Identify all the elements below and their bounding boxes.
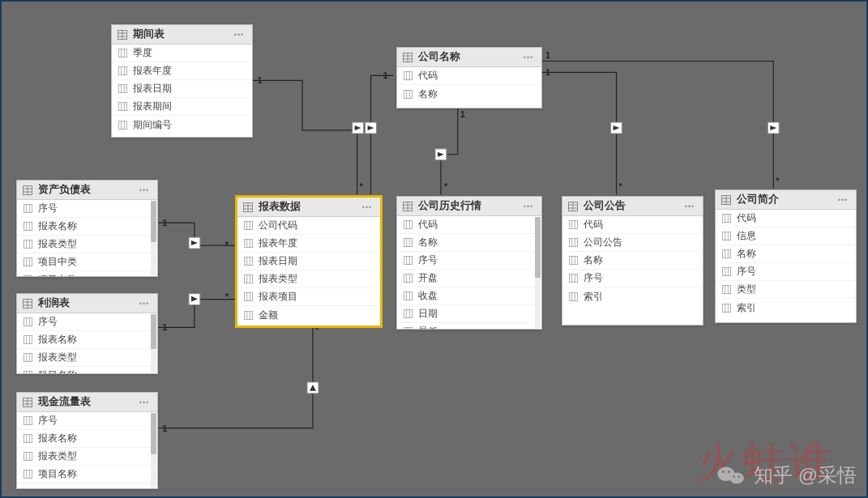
table-header[interactable]: 资产负债表 ••• xyxy=(17,181,157,200)
table-header[interactable]: 报表数据 ••• xyxy=(237,198,380,217)
field-row[interactable]: 名称 xyxy=(562,252,703,270)
more-icon[interactable]: ••• xyxy=(231,29,247,40)
table-header[interactable]: 利润表 ••• xyxy=(17,294,157,313)
column-icon xyxy=(22,257,33,268)
svg-rect-49 xyxy=(24,204,32,212)
field-label: 序号 xyxy=(418,253,537,267)
field-row[interactable]: 项目名称 xyxy=(17,466,157,483)
svg-rect-26 xyxy=(118,84,126,92)
field-row[interactable]: 索引 xyxy=(716,299,856,317)
field-row[interactable]: 报表名称 xyxy=(17,218,157,236)
field-row[interactable]: 报表项目 xyxy=(237,288,380,306)
scrollbar[interactable] xyxy=(151,413,156,487)
field-row[interactable]: 项目中类 xyxy=(17,253,157,271)
table-header[interactable]: 公司简介 ••• xyxy=(716,190,856,210)
field-row[interactable]: 报表日期 xyxy=(112,80,252,98)
field-label: 公司公告 xyxy=(584,236,698,249)
table-header[interactable]: 公司历史行情 ••• xyxy=(397,197,541,216)
table-title: 现金流量表 xyxy=(38,395,131,409)
field-row[interactable]: 代码 xyxy=(397,216,541,234)
scrollbar[interactable] xyxy=(151,314,156,372)
field-row[interactable]: 代码 xyxy=(562,216,703,234)
table-reportdata[interactable]: 报表数据 ••• 公司代码 报表年度 报表日期 报表类型 报表项目 金额 xyxy=(236,196,382,327)
column-icon xyxy=(22,370,33,374)
column-icon xyxy=(22,239,33,250)
svg-point-184 xyxy=(717,467,734,482)
svg-rect-134 xyxy=(404,292,412,300)
more-icon[interactable]: ••• xyxy=(136,397,152,408)
scrollbar[interactable] xyxy=(535,217,541,328)
table-cashflow[interactable]: 现金流量表 ••• 序号 报表名称 报表类型 项目名称 xyxy=(16,392,158,489)
scrollbar[interactable] xyxy=(151,201,156,275)
table-income[interactable]: 利润表 ••• 序号 报表名称 报表类型 科目名称 xyxy=(16,293,158,374)
table-header[interactable]: 现金流量表 ••• xyxy=(17,393,157,412)
table-header[interactable]: 期间表 ••• xyxy=(112,25,252,45)
svg-rect-42 xyxy=(404,90,412,98)
card-one: 1 xyxy=(545,67,550,77)
table-header[interactable]: 公司公告 ••• xyxy=(562,197,703,216)
field-row[interactable]: 索引 xyxy=(562,287,703,305)
field-label: 报表年度 xyxy=(259,236,375,250)
more-icon[interactable]: ••• xyxy=(520,52,537,63)
card-many: * xyxy=(776,176,780,185)
field-row[interactable]: 日期 xyxy=(397,305,541,323)
more-icon[interactable]: ••• xyxy=(835,194,851,206)
field-row[interactable]: 序号 xyxy=(397,252,541,270)
field-row[interactable]: 开盘 xyxy=(397,270,541,287)
field-row[interactable]: 报表类型 xyxy=(17,448,157,466)
field-row[interactable]: 名称 xyxy=(397,234,541,252)
field-row[interactable]: 报表类型 xyxy=(17,236,157,253)
field-label: 报表日期 xyxy=(259,254,375,268)
field-row[interactable]: 金额 xyxy=(237,306,380,324)
field-row[interactable]: 代码 xyxy=(716,210,856,228)
field-row[interactable]: 序号 xyxy=(562,270,703,287)
field-row[interactable]: 类型 xyxy=(716,281,856,299)
table-history[interactable]: 公司历史行情 ••• 代码 名称 序号 开盘 收盘 日期 最低 xyxy=(396,196,542,330)
field-row[interactable]: 科目名称 xyxy=(17,367,157,373)
field-row[interactable]: 季度 xyxy=(112,45,252,62)
table-period[interactable]: 期间表 ••• 季度 报表年度 报表日期 报表期间 期间编号 xyxy=(111,24,253,138)
table-company[interactable]: 公司名称 ••• 代码 名称 xyxy=(396,47,542,109)
field-row[interactable]: 名称 xyxy=(716,245,856,263)
field-row[interactable]: 序号 xyxy=(17,313,157,331)
more-icon[interactable]: ••• xyxy=(359,202,375,213)
field-row[interactable]: 报表类型 xyxy=(17,349,157,367)
field-label: 代码 xyxy=(584,218,698,232)
field-row[interactable]: 名称 xyxy=(397,85,541,103)
column-icon xyxy=(22,221,33,232)
svg-rect-181 xyxy=(722,304,730,312)
field-row[interactable]: 序号 xyxy=(716,263,856,281)
field-label: 名称 xyxy=(418,236,537,249)
table-balance[interactable]: 资产负债表 ••• 序号 报表名称 报表类型 项目中类 项目名称 xyxy=(16,180,158,277)
field-row[interactable]: 报表类型 xyxy=(237,270,380,288)
model-canvas[interactable]: 1 * 1 1 * 1 * 1 * 1 * 1 * xyxy=(2,2,866,496)
field-row[interactable]: 期间编号 xyxy=(112,116,252,134)
field-row[interactable]: 报表日期 xyxy=(237,253,380,270)
table-profile[interactable]: 公司简介 ••• 代码 信息 名称 序号 类型 索引 xyxy=(715,189,857,323)
field-row[interactable]: 报表期间 xyxy=(112,98,252,116)
field-row[interactable]: 收盘 xyxy=(397,287,541,305)
field-row[interactable]: 报表年度 xyxy=(112,62,252,80)
field-row[interactable]: 序号 xyxy=(17,412,157,430)
field-row[interactable]: 代码 xyxy=(397,67,541,85)
field-row[interactable]: 序号 xyxy=(17,200,157,218)
svg-rect-112 xyxy=(244,292,252,300)
field-row[interactable]: 报表名称 xyxy=(17,430,157,448)
more-icon[interactable]: ••• xyxy=(520,201,537,212)
svg-rect-150 xyxy=(569,238,577,246)
more-icon[interactable]: ••• xyxy=(136,185,152,196)
more-icon[interactable]: ••• xyxy=(682,201,698,212)
field-row[interactable]: 报表名称 xyxy=(17,331,157,349)
field-row[interactable]: 报表年度 xyxy=(237,235,380,253)
field-row[interactable]: 公司代码 xyxy=(237,217,380,235)
more-icon[interactable]: ••• xyxy=(136,298,152,309)
field-row[interactable]: 公司公告 xyxy=(562,234,703,252)
column-icon xyxy=(22,334,33,346)
table-header[interactable]: 公司名称 ••• xyxy=(397,48,541,67)
field-row[interactable]: 项目名称 xyxy=(17,271,157,276)
svg-marker-3 xyxy=(368,126,374,130)
field-row[interactable]: 信息 xyxy=(716,228,856,245)
column-icon xyxy=(402,255,413,266)
field-row[interactable]: 最低 xyxy=(397,323,541,329)
table-announce[interactable]: 公司公告 ••• 代码 公司公告 名称 序号 索引 xyxy=(562,196,703,326)
